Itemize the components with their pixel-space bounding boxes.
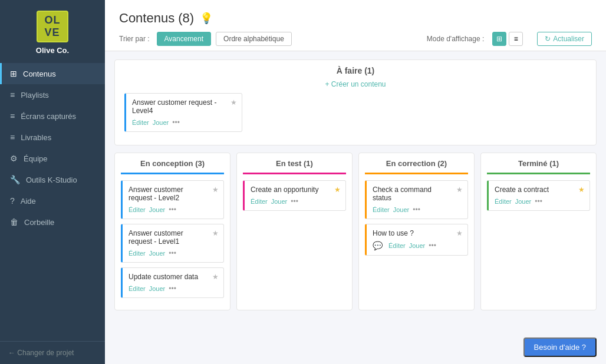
sidebar-item-ecrans[interactable]: ≡ Écrans capturés	[0, 105, 105, 127]
sidebar-item-playlists[interactable]: ≡ Playlists	[0, 84, 105, 105]
list-view-btn[interactable]: ≡	[509, 32, 523, 46]
card-actions: Éditer Jouer •••	[129, 284, 218, 293]
chat-icon: 💬	[373, 241, 383, 250]
more-btn[interactable]: •••	[169, 206, 176, 214]
page-title-area: Contenus (8) 💡	[119, 11, 592, 26]
card-actions: 💬 Éditer Jouer •••	[373, 241, 462, 250]
col-termine-title: Terminé (1)	[487, 159, 590, 174]
more-btn[interactable]: •••	[169, 284, 176, 293]
col-conception: En conception (3) Answer customer reques…	[114, 153, 230, 310]
sidebar-item-label: Contenus	[23, 70, 56, 78]
more-btn[interactable]: •••	[429, 241, 436, 250]
sort-avancement-btn[interactable]: Avancement	[157, 32, 212, 46]
star-icon[interactable]: ★	[212, 273, 219, 281]
edit-btn[interactable]: Éditer	[129, 285, 146, 292]
afaire-title: À faire (1)	[124, 66, 587, 75]
edit-btn[interactable]: Éditer	[129, 250, 146, 257]
star-icon[interactable]: ★	[230, 98, 237, 107]
card-title: Update customer data	[129, 273, 218, 281]
sidebar-item-label: Corbeille	[24, 218, 54, 227]
play-btn[interactable]: Jouer	[393, 206, 410, 213]
edit-btn[interactable]: Éditer	[251, 198, 268, 205]
sidebar-item-label: Playlists	[21, 91, 49, 100]
more-btn[interactable]: •••	[172, 118, 180, 127]
edit-btn[interactable]: Éditer	[495, 198, 512, 205]
card-actions: Éditer Jouer •••	[495, 197, 584, 206]
star-icon[interactable]: ★	[456, 229, 463, 237]
tools-icon: 🔧	[10, 175, 20, 184]
play-btn[interactable]: Jouer	[271, 198, 288, 205]
page-title: Contenus (8)	[119, 11, 194, 26]
display-icons: ⊞ ≡	[492, 32, 523, 46]
main-content: Contenus (8) 💡 Trier par : Avancement Or…	[105, 0, 606, 364]
play-btn[interactable]: Jouer	[153, 119, 169, 126]
edit-btn[interactable]: Éditer	[373, 206, 390, 213]
sort-alpha-btn[interactable]: Ordre alphabétique	[216, 32, 292, 46]
play-btn[interactable]: Jouer	[149, 206, 166, 213]
card-afaire-0: Answer customer request - Level4 ★ Édite…	[124, 93, 242, 132]
more-btn[interactable]: •••	[169, 249, 176, 257]
star-icon[interactable]: ★	[212, 229, 219, 237]
card-correction-0: Check a command status ★ Éditer Jouer ••…	[365, 180, 468, 219]
sidebar-nav: ⊞ Contenus ≡ Playlists ≡ Écrans capturés…	[0, 63, 105, 341]
star-icon[interactable]: ★	[334, 186, 341, 194]
sidebar-item-label: Aide	[21, 197, 36, 206]
sidebar-item-corbeille[interactable]: 🗑 Corbeille	[0, 211, 105, 233]
card-termine-0: Create a contract ★ Éditer Jouer •••	[487, 180, 590, 211]
logo-area: OLVE Olive Co.	[0, 0, 105, 63]
sidebar-item-equipe[interactable]: ⚙ Équipe	[0, 148, 105, 169]
play-btn[interactable]: Jouer	[515, 198, 532, 205]
more-btn[interactable]: •••	[535, 197, 542, 206]
card-title: Create an opportunity	[251, 186, 340, 194]
afaire-section: À faire (1) + Créer un contenu Answer cu…	[114, 59, 597, 145]
help-button[interactable]: Besoin d'aide ?	[523, 337, 597, 357]
col-test: En test (1) Create an opportunity ★ Édit…	[236, 153, 353, 310]
columns-row: En conception (3) Answer customer reques…	[114, 153, 597, 310]
sidebar-item-outils[interactable]: 🔧 Outils K-Studio	[0, 169, 105, 190]
star-icon[interactable]: ★	[212, 186, 219, 194]
edit-btn[interactable]: Éditer	[132, 119, 149, 126]
play-btn[interactable]: Jouer	[149, 250, 166, 257]
display-label: Mode d'affichage :	[427, 35, 484, 43]
grid-view-btn[interactable]: ⊞	[492, 32, 506, 46]
board: À faire (1) + Créer un contenu Answer cu…	[105, 51, 606, 364]
card-correction-1: How to use ? ★ 💬 Éditer Jouer •••	[365, 224, 468, 256]
card-title: Answer customer request - Level2	[129, 186, 218, 202]
refresh-btn[interactable]: ↻ Actualiser	[537, 32, 592, 46]
logo-text: OLVE	[45, 14, 61, 39]
more-btn[interactable]: •••	[413, 206, 420, 214]
edit-btn[interactable]: Éditer	[129, 206, 146, 213]
card-conception-2: Update customer data ★ Éditer Jouer •••	[121, 267, 224, 298]
more-btn[interactable]: •••	[291, 197, 298, 206]
sidebar-item-contenus[interactable]: ⊞ Contenus	[0, 63, 105, 84]
col-conception-title: En conception (3)	[121, 159, 224, 174]
create-content-btn[interactable]: + Créer un contenu	[325, 80, 386, 88]
card-title: Answer customer request - Level4	[132, 98, 236, 115]
col-test-title: En test (1)	[243, 159, 346, 174]
bulb-icon: 💡	[200, 12, 213, 25]
livrable-icon: ≡	[10, 133, 15, 142]
edit-btn[interactable]: Éditer	[388, 242, 406, 249]
sidebar-item-livrables[interactable]: ≡ Livrables	[0, 127, 105, 148]
card-actions: Éditer Jouer •••	[129, 249, 218, 257]
sidebar-item-label: Livrables	[21, 133, 51, 142]
card-actions: Éditer Jouer •••	[132, 118, 236, 127]
change-project-btn[interactable]: ← Changer de projet	[0, 341, 105, 364]
star-icon[interactable]: ★	[456, 186, 463, 194]
sidebar-item-label: Équipe	[24, 154, 47, 163]
play-btn[interactable]: Jouer	[149, 285, 166, 292]
card-conception-0: Answer customer request - Level2 ★ Édite…	[121, 180, 224, 219]
star-icon[interactable]: ★	[578, 186, 585, 194]
card-test-0: Create an opportunity ★ Éditer Jouer •••	[243, 180, 346, 211]
screen-icon: ≡	[10, 111, 15, 121]
sidebar-item-label: Écrans capturés	[21, 112, 76, 121]
play-btn[interactable]: Jouer	[409, 242, 426, 249]
afaire-cards: Answer customer request - Level4 ★ Édite…	[124, 93, 587, 137]
sidebar-item-aide[interactable]: ? Aide	[0, 190, 105, 211]
card-actions: Éditer Jouer •••	[251, 197, 340, 206]
equipe-icon: ⚙	[10, 154, 18, 163]
refresh-label: Actualiser	[553, 35, 584, 43]
sidebar: OLVE Olive Co. ⊞ Contenus ≡ Playlists ≡ …	[0, 0, 105, 364]
col-correction: En correction (2) Check a command status…	[358, 153, 475, 310]
trash-icon: 🗑	[10, 217, 18, 227]
